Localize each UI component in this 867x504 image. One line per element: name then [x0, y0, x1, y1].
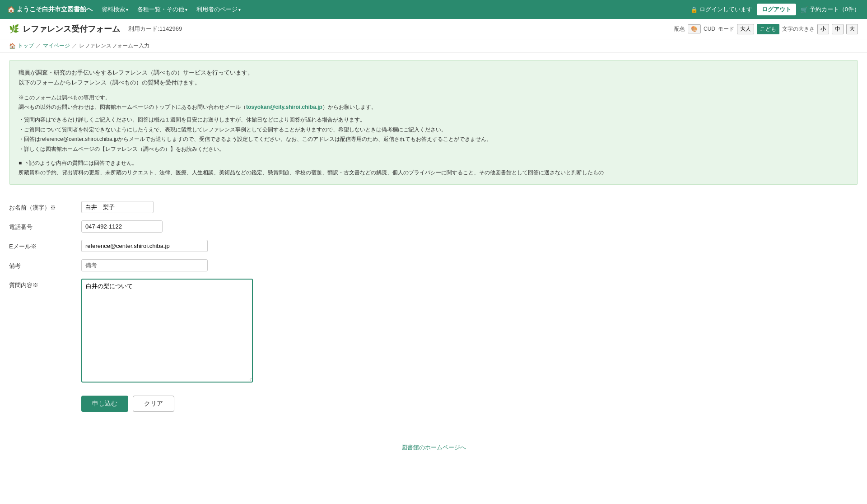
home-label: ようこそ白井市立図書館へ: [17, 5, 93, 14]
question-label: 質問内容※: [9, 279, 81, 289]
footer-home-link[interactable]: 図書館のホームページへ: [401, 444, 466, 451]
page-title-icon: 🌿: [9, 24, 19, 34]
intro-line2: 以下のフォームからレファレンス（調べもの）の質問を受付けます。: [19, 78, 848, 88]
login-status: 🔒 ログインしています: [690, 5, 752, 14]
email-label: Eメール※: [9, 240, 81, 251]
accessibility-area: 配色 🎨 CUD モード 大人 こども 文字の大きさ 小 中 大: [674, 24, 858, 34]
cannot-text: ■ 下記のような内容の質問には回答できません。 所蔵資料の予約、貸出資料の更新、…: [19, 159, 848, 177]
card-id-value: 1142969: [159, 25, 182, 32]
page-title-area: 🌿 レファレンス受付フォーム 利用カード:1142969: [9, 23, 182, 34]
bullet-1: ・質問内容はできるだけ詳しくご記入ください。回答は概ね１週間を目安にお送りします…: [19, 115, 848, 125]
lock-icon: 🔒: [690, 6, 698, 13]
cannot-body: 所蔵資料の予約、貸出資料の更新、未所蔵のリクエスト、法律、医療、人生相談、美術品…: [19, 168, 848, 177]
question-input-wrapper: [81, 279, 253, 384]
email-row: Eメール※: [9, 240, 858, 252]
nav-user-label: 利用者のページ: [196, 5, 238, 14]
cart-icon: 🛒: [801, 6, 808, 13]
question-textarea[interactable]: [81, 279, 253, 383]
name-input[interactable]: [81, 201, 154, 213]
footer-area: 図書館のホームページへ: [0, 430, 867, 461]
breadcrumb-sep2: ／: [72, 42, 77, 50]
font-small-button[interactable]: 小: [817, 24, 829, 34]
card-id-prefix: 利用カード:1142969: [128, 25, 182, 33]
font-size-label: 文字の大きさ: [782, 25, 815, 33]
email-link: tosyokan@city.shiroi.chiba.jp: [246, 104, 322, 110]
cart-link[interactable]: 🛒 予約カート（0件）: [801, 5, 860, 14]
nav-list-label: 各種一覧・その他: [137, 5, 184, 14]
nav-right: 🔒 ログインしています ログアウト 🛒 予約カート（0件）: [690, 4, 860, 15]
nav-item-search[interactable]: 資料検索: [102, 5, 128, 14]
font-medium-button[interactable]: 中: [832, 24, 844, 34]
button-area: 申し込む クリア: [81, 391, 858, 421]
nav-item-list[interactable]: 各種一覧・その他: [137, 5, 187, 14]
email-input[interactable]: [81, 240, 208, 252]
name-input-wrapper: [81, 201, 154, 213]
cannot-header: ■ 下記のような内容の質問には回答できません。: [19, 159, 848, 168]
email-input-wrapper: [81, 240, 208, 252]
bullet-3: ・回答はreference@center.shiroi.chiba.jpからメー…: [19, 135, 848, 145]
note-header: ※このフォームは調べもの専用です。 調べもの以外のお問い合わせは、図書館ホームペ…: [19, 93, 848, 112]
memo-row: 備考: [9, 259, 858, 271]
top-navigation: 🏠 ようこそ白井市立図書館へ 資料検索 各種一覧・その他 利用者のページ 🔒 ロ…: [0, 0, 867, 19]
intro-text: 職員が調査・研究のお手伝いをするレファレンス（調べもの）サービスを行っています。…: [19, 68, 848, 88]
nav-left: 🏠 ようこそ白井市立図書館へ 資料検索 各種一覧・その他 利用者のページ: [7, 5, 690, 14]
nav-search-label: 資料検索: [102, 5, 125, 14]
memo-input[interactable]: [81, 259, 208, 271]
breadcrumb-sep1: ／: [36, 42, 41, 50]
font-large-button[interactable]: 大: [846, 24, 858, 34]
bullet-2: ・ご質問について質問者を特定できないようにしたうえで、表現に留意してレファレンス…: [19, 125, 848, 135]
login-status-text: ログインしています: [699, 5, 752, 14]
home-icon: 🏠: [7, 6, 15, 13]
note-items: ・質問内容はできるだけ詳しくご記入ください。回答は概ね１週間を目安にお送りします…: [19, 115, 848, 154]
phone-input[interactable]: [81, 220, 163, 233]
memo-label: 備考: [9, 259, 81, 270]
question-row: 質問内容※: [9, 279, 858, 384]
breadcrumb-top[interactable]: トップ: [18, 42, 34, 50]
adult-button[interactable]: 大人: [737, 24, 754, 34]
breadcrumb-current: レファレンスフォームー入力: [79, 42, 149, 50]
page-title: レファレンス受付フォーム: [23, 23, 120, 34]
clear-button[interactable]: クリア: [133, 396, 174, 412]
cart-label: 予約カート（0件）: [810, 5, 860, 14]
note-contact: 調べもの以外のお問い合わせは、図書館ホームページのトップ下にあるお問い合わせメー…: [19, 103, 848, 112]
phone-input-wrapper: [81, 220, 163, 233]
bullet-4: ・詳しくは図書館ホームページの【レファレンス（調べもの）】をお読みください。: [19, 145, 848, 154]
name-label: お名前（漢字）※: [9, 201, 81, 212]
phone-label: 電話番号: [9, 220, 81, 231]
logout-button[interactable]: ログアウト: [757, 4, 796, 15]
cud-label: CUD: [704, 26, 715, 32]
breadcrumb-mypage[interactable]: マイページ: [43, 42, 70, 50]
memo-input-wrapper: [81, 259, 208, 271]
submit-button[interactable]: 申し込む: [81, 396, 128, 412]
form-area: お名前（漢字）※ 電話番号 Eメール※ 備考 質問内容※ 申し込む クリア: [9, 192, 858, 430]
info-box: 職員が調査・研究のお手伝いをするレファレンス（調べもの）サービスを行っています。…: [9, 60, 858, 185]
breadcrumb: 🏠 トップ ／ マイページ ／ レファレンスフォームー入力: [0, 39, 867, 53]
child-button[interactable]: こども: [757, 24, 779, 34]
name-row: お名前（漢字）※: [9, 201, 858, 213]
color-icon-button[interactable]: 🎨: [688, 24, 701, 33]
nav-item-user[interactable]: 利用者のページ: [196, 5, 241, 14]
phone-row: 電話番号: [9, 220, 858, 233]
sub-header: 🌿 レファレンス受付フォーム 利用カード:1142969 配色 🎨 CUD モー…: [0, 19, 867, 39]
breadcrumb-home-icon: 🏠: [9, 43, 16, 49]
mode-label: モード: [718, 25, 734, 33]
color-label: 配色: [674, 25, 685, 33]
home-link[interactable]: 🏠 ようこそ白井市立図書館へ: [7, 5, 93, 14]
intro-line1: 職員が調査・研究のお手伝いをするレファレンス（調べもの）サービスを行っています。: [19, 68, 848, 78]
